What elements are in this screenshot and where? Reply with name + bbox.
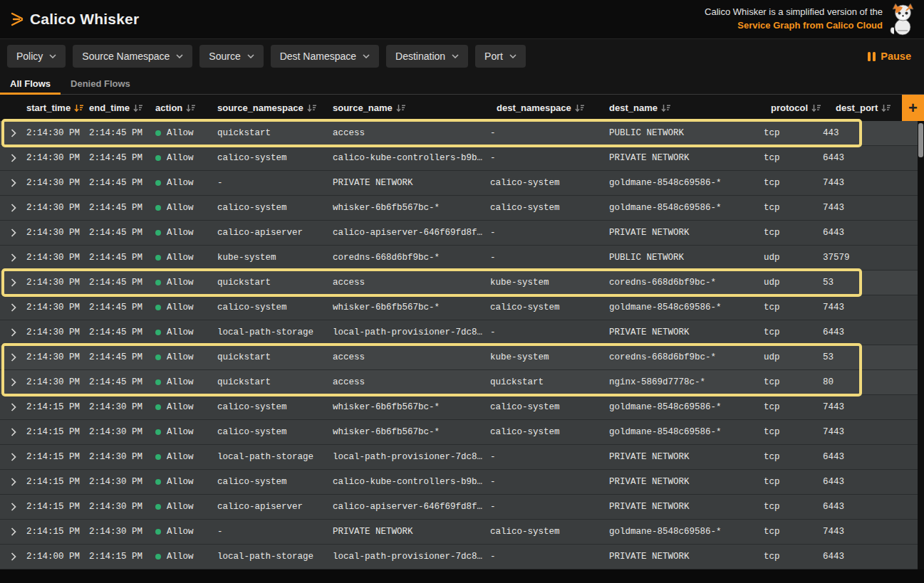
tab-all-flows[interactable]: All Flows bbox=[0, 73, 61, 94]
cell-dest-port: 7443 bbox=[823, 427, 918, 437]
cell-protocol: tcp bbox=[764, 427, 823, 437]
expand-row-icon[interactable] bbox=[11, 353, 16, 362]
table-row[interactable]: 2:14:00 PM 2:14:15 PM Allow local-path-s… bbox=[0, 545, 918, 569]
expand-row-icon[interactable] bbox=[11, 303, 16, 312]
table-row[interactable]: 2:14:15 PM 2:14:30 PM Allow calico-syste… bbox=[0, 395, 918, 420]
cell-action: Allow bbox=[155, 552, 217, 562]
cell-dest-port: 53 bbox=[823, 352, 918, 362]
expand-row-icon[interactable] bbox=[11, 378, 16, 387]
filter-chip-destination[interactable]: Destination bbox=[386, 45, 468, 68]
table-row[interactable]: 2:14:15 PM 2:14:30 PM Allow local-path-s… bbox=[0, 445, 918, 470]
sort-descending-icon[interactable] bbox=[74, 104, 83, 112]
table-row[interactable]: 2:14:30 PM 2:14:45 PM Allow calico-syste… bbox=[0, 295, 918, 320]
sort-icon[interactable] bbox=[307, 104, 316, 112]
table-row[interactable]: 2:14:15 PM 2:14:30 PM Allow - PRIVATE NE… bbox=[0, 520, 918, 545]
expand-row-icon[interactable] bbox=[11, 129, 16, 137]
cell-source-namespace: calico-system bbox=[217, 203, 333, 213]
service-graph-link[interactable]: Service Graph from Calico Cloud bbox=[705, 19, 883, 33]
table-row[interactable]: 2:14:30 PM 2:14:45 PM Allow calico-syste… bbox=[0, 196, 918, 221]
cell-source-namespace: calico-system bbox=[217, 303, 333, 312]
scrollbar-thumb[interactable] bbox=[918, 123, 923, 157]
cell-source-namespace: calico-system bbox=[217, 402, 333, 412]
table-row[interactable]: 2:14:30 PM 2:14:45 PM Allow quickstart a… bbox=[0, 121, 918, 146]
column-header-dest-namespace[interactable]: dest_namespace bbox=[490, 103, 609, 113]
allow-status-dot bbox=[155, 205, 161, 211]
expand-row-icon[interactable] bbox=[11, 403, 16, 411]
cell-dest-namespace: calico-system bbox=[490, 203, 609, 213]
expand-row-icon[interactable] bbox=[11, 428, 16, 436]
cell-dest-name: goldmane-8548c69586-* bbox=[609, 402, 764, 412]
filter-chip-policy[interactable]: Policy bbox=[7, 45, 66, 68]
column-header-start-time[interactable]: start_time bbox=[26, 103, 89, 113]
cell-protocol: udp bbox=[764, 253, 823, 263]
cell-dest-namespace: - bbox=[490, 452, 609, 462]
table-row[interactable]: 2:14:30 PM 2:14:45 PM Allow - PRIVATE NE… bbox=[0, 171, 918, 196]
filter-chip-port[interactable]: Port bbox=[475, 45, 526, 68]
expand-row-icon[interactable] bbox=[11, 453, 16, 461]
expand-row-icon[interactable] bbox=[11, 527, 16, 536]
table-row[interactable]: 2:14:30 PM 2:14:45 PM Allow calico-apise… bbox=[0, 221, 918, 246]
table-row[interactable]: 2:14:30 PM 2:14:45 PM Allow quickstart a… bbox=[0, 370, 918, 395]
filter-chip-source-namespace[interactable]: Source Namespace bbox=[73, 45, 192, 68]
table-row[interactable]: 2:14:30 PM 2:14:45 PM Allow quickstart a… bbox=[0, 345, 918, 370]
table-row[interactable]: 2:14:15 PM 2:14:30 PM Allow calico-apise… bbox=[0, 495, 918, 520]
expand-row-icon[interactable] bbox=[11, 179, 16, 187]
sort-icon[interactable] bbox=[575, 104, 584, 112]
column-header-protocol[interactable]: protocol bbox=[764, 103, 823, 113]
allow-status-dot bbox=[155, 230, 161, 236]
tab-denied-flows[interactable]: Denied Flows bbox=[61, 73, 140, 94]
cell-action: Allow bbox=[155, 327, 217, 337]
filter-chip-source[interactable]: Source bbox=[199, 45, 263, 68]
expand-row-icon[interactable] bbox=[11, 229, 16, 237]
cell-end-time: 2:14:30 PM bbox=[89, 477, 155, 487]
expand-row-icon[interactable] bbox=[11, 552, 16, 561]
table-row[interactable]: 2:14:15 PM 2:14:30 PM Allow calico-syste… bbox=[0, 470, 918, 495]
cell-source-name: access bbox=[333, 377, 490, 387]
cell-source-name: calico-apiserver-646f69fd8f… bbox=[333, 228, 490, 238]
expand-row-icon[interactable] bbox=[11, 328, 16, 337]
table-row[interactable]: 2:14:30 PM 2:14:45 PM Allow kube-system … bbox=[0, 246, 918, 271]
column-header-action[interactable]: action bbox=[155, 103, 217, 113]
column-header-end-time[interactable]: end_time bbox=[89, 103, 155, 113]
cell-source-name: PRIVATE NETWORK bbox=[333, 178, 490, 188]
column-header-dest-port[interactable]: dest_port bbox=[823, 103, 902, 113]
cell-dest-port: 7443 bbox=[823, 402, 918, 412]
cell-dest-name: PUBLIC NETWORK bbox=[609, 253, 764, 263]
expand-row-icon[interactable] bbox=[11, 503, 16, 511]
cell-action: Allow bbox=[155, 253, 217, 263]
column-header-source-namespace[interactable]: source_namespace bbox=[217, 103, 333, 113]
column-header-dest-name[interactable]: dest_name bbox=[609, 103, 764, 113]
table-scrollbar[interactable] bbox=[918, 121, 924, 569]
sort-icon[interactable] bbox=[811, 104, 821, 112]
filter-chip-dest-namespace[interactable]: Dest Namespace bbox=[271, 45, 379, 68]
sort-icon[interactable] bbox=[661, 104, 670, 112]
cell-protocol: tcp bbox=[764, 402, 823, 412]
sort-icon[interactable] bbox=[396, 104, 405, 112]
cell-source-name: calico-apiserver-646f69fd8f… bbox=[333, 502, 490, 512]
table-row[interactable]: 2:14:15 PM 2:14:30 PM Allow calico-syste… bbox=[0, 420, 918, 445]
sort-icon[interactable] bbox=[186, 104, 195, 112]
cell-end-time: 2:14:45 PM bbox=[89, 377, 155, 387]
expand-row-icon[interactable] bbox=[11, 204, 16, 212]
topbar: Calico Whisker Calico Whisker is a simpl… bbox=[0, 0, 924, 39]
column-header-source-name[interactable]: source_name bbox=[333, 103, 490, 113]
table-row[interactable]: 2:14:30 PM 2:14:45 PM Allow local-path-s… bbox=[0, 320, 918, 345]
expand-row-icon[interactable] bbox=[11, 154, 16, 162]
cell-dest-name: PRIVATE NETWORK bbox=[609, 327, 764, 337]
sort-icon[interactable] bbox=[133, 104, 142, 112]
cell-end-time: 2:14:45 PM bbox=[89, 278, 155, 288]
allow-status-dot bbox=[155, 255, 161, 261]
cell-dest-namespace: - bbox=[490, 502, 609, 512]
expand-row-icon[interactable] bbox=[11, 478, 16, 486]
sort-icon[interactable] bbox=[881, 104, 891, 112]
allow-status-dot bbox=[155, 554, 161, 560]
table-row[interactable]: 2:14:30 PM 2:14:45 PM Allow quickstart a… bbox=[0, 271, 918, 295]
add-column-button[interactable]: + bbox=[902, 95, 924, 121]
pause-button[interactable]: Pause bbox=[868, 51, 911, 62]
table-row[interactable]: 2:14:30 PM 2:14:45 PM Allow calico-syste… bbox=[0, 146, 918, 171]
cell-protocol: tcp bbox=[764, 477, 823, 487]
cell-dest-namespace: quickstart bbox=[490, 377, 609, 387]
expand-row-icon[interactable] bbox=[11, 278, 16, 287]
cell-source-name: whisker-6b6fb567bc-* bbox=[333, 203, 490, 213]
expand-row-icon[interactable] bbox=[11, 253, 16, 262]
